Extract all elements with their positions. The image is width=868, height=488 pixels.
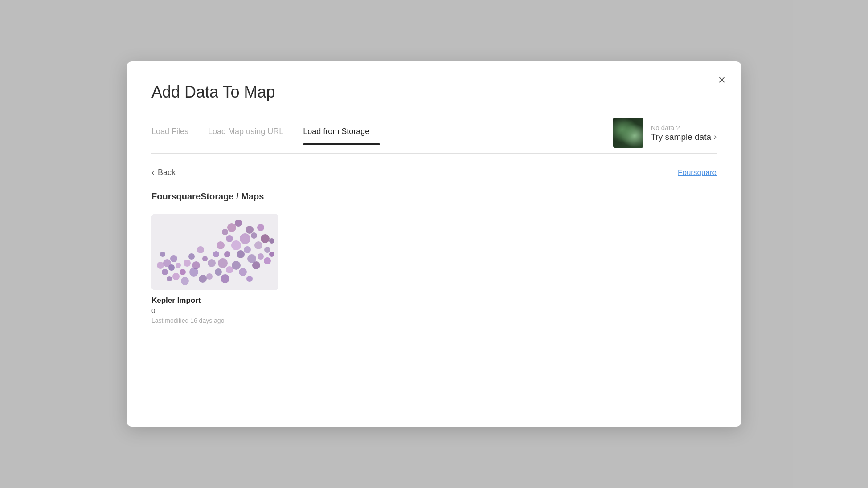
svg-point-10: [269, 238, 274, 244]
svg-point-41: [176, 263, 181, 268]
svg-point-13: [231, 240, 241, 250]
svg-point-33: [197, 246, 204, 253]
svg-point-8: [254, 241, 262, 249]
svg-point-18: [252, 261, 260, 269]
chevron-right-icon: ›: [714, 132, 717, 142]
map-scatter-plot: [151, 214, 278, 290]
svg-point-27: [208, 259, 216, 267]
svg-point-47: [181, 277, 189, 285]
svg-point-6: [257, 224, 264, 231]
sample-data-area[interactable]: No data ? Try sample data ›: [613, 118, 717, 153]
svg-point-5: [251, 232, 257, 239]
svg-point-22: [224, 251, 230, 257]
svg-point-40: [199, 275, 207, 283]
sample-thumbnail: [613, 118, 643, 148]
tab-load-map-url[interactable]: Load Map using URL: [208, 127, 294, 144]
tabs-left: Load Files Load Map using URL Load from …: [151, 127, 613, 144]
svg-point-46: [167, 276, 172, 281]
svg-point-14: [237, 250, 245, 258]
try-sample-button[interactable]: Try sample data ›: [651, 132, 717, 142]
svg-point-38: [189, 268, 198, 277]
map-thumbnail: [151, 214, 278, 290]
close-button[interactable]: ×: [718, 74, 725, 86]
svg-point-23: [218, 258, 228, 268]
svg-point-42: [170, 255, 177, 262]
svg-point-9: [264, 247, 270, 253]
modal-title: Add Data To Map: [151, 83, 717, 102]
svg-point-17: [258, 253, 264, 260]
svg-point-1: [227, 223, 236, 232]
sample-text-area: No data ? Try sample data ›: [651, 124, 717, 142]
svg-point-30: [221, 274, 229, 283]
svg-point-32: [246, 276, 253, 282]
svg-point-28: [215, 268, 222, 276]
svg-point-19: [264, 257, 271, 264]
map-card-modified: Last modified 16 days ago: [151, 317, 278, 324]
tab-load-from-storage[interactable]: Load from Storage: [303, 127, 380, 144]
map-card[interactable]: Kepler Import 0 Last modified 16 days ag…: [151, 214, 278, 324]
modal: × Add Data To Map Load Files Load Map us…: [127, 61, 741, 427]
svg-point-36: [188, 253, 195, 260]
svg-point-34: [202, 256, 208, 261]
no-data-text: No data ?: [651, 124, 717, 131]
svg-point-45: [172, 273, 180, 280]
svg-point-26: [213, 251, 219, 257]
breadcrumb: FoursquareStorage / Maps: [151, 191, 717, 202]
svg-point-20: [269, 252, 274, 257]
svg-point-11: [226, 235, 233, 242]
svg-point-50: [160, 252, 165, 257]
svg-point-39: [180, 269, 186, 275]
svg-point-25: [232, 261, 241, 270]
sample-thumbnail-image: [613, 118, 643, 148]
map-card-title: Kepler Import: [151, 296, 278, 305]
svg-point-49: [157, 262, 164, 269]
back-button[interactable]: ‹ Back: [151, 168, 176, 177]
svg-point-29: [206, 273, 213, 280]
chevron-left-icon: ‹: [151, 168, 154, 177]
maps-grid: Kepler Import 0 Last modified 16 days ag…: [151, 214, 717, 324]
svg-point-12: [222, 229, 228, 235]
svg-point-31: [239, 268, 247, 276]
svg-point-4: [240, 233, 250, 244]
svg-point-21: [217, 241, 225, 249]
svg-point-3: [246, 226, 254, 234]
tabs-row: Load Files Load Map using URL Load from …: [151, 118, 717, 154]
svg-point-24: [226, 266, 233, 273]
modal-overlay: × Add Data To Map Load Files Load Map us…: [0, 0, 868, 488]
svg-point-37: [184, 260, 191, 267]
tab-load-files[interactable]: Load Files: [151, 127, 199, 144]
content-area: ‹ Back Foursquare FoursquareStorage / Ma…: [151, 154, 717, 324]
svg-point-7: [261, 234, 270, 243]
back-row: ‹ Back Foursquare: [151, 168, 717, 177]
svg-point-48: [162, 269, 168, 275]
map-card-count: 0: [151, 307, 278, 314]
svg-point-2: [235, 220, 242, 227]
svg-point-15: [244, 246, 251, 253]
foursquare-link[interactable]: Foursquare: [678, 168, 717, 177]
svg-point-44: [163, 259, 171, 267]
